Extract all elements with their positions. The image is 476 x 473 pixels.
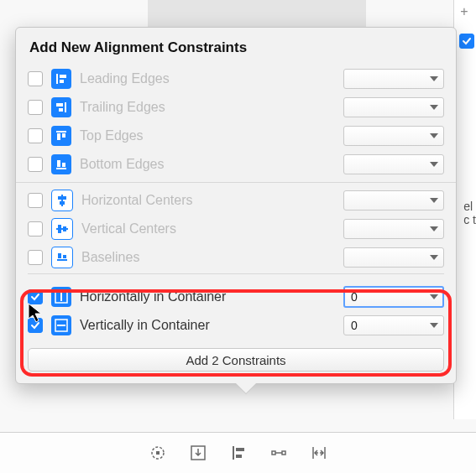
center-vertically-icon bbox=[51, 315, 71, 335]
chevron-down-icon bbox=[430, 323, 438, 328]
svg-rect-17 bbox=[63, 226, 66, 231]
svg-rect-14 bbox=[60, 201, 65, 205]
embed-in-icon[interactable] bbox=[187, 442, 209, 464]
checkbox-horizontally-in-container[interactable] bbox=[28, 289, 43, 304]
label-trailing-edges: Trailing Edges bbox=[80, 100, 343, 115]
svg-rect-29 bbox=[236, 448, 244, 451]
svg-rect-31 bbox=[272, 451, 275, 455]
svg-rect-30 bbox=[236, 455, 242, 458]
row-trailing-edges: Trailing Edges bbox=[28, 93, 444, 122]
row-top-edges: Top Edges bbox=[28, 122, 444, 150]
group-container: Horizontally in Container 0 Vertically i… bbox=[28, 278, 444, 340]
value-vertically-in-container[interactable]: 0 bbox=[343, 315, 444, 335]
svg-rect-3 bbox=[65, 102, 66, 112]
svg-rect-2 bbox=[60, 80, 64, 83]
checkbox-horizontal-centers[interactable] bbox=[28, 193, 43, 208]
separator bbox=[16, 182, 456, 183]
row-baselines: Baselines bbox=[28, 243, 444, 274]
row-vertical-centers: Vertical Centers bbox=[28, 215, 444, 243]
value-top-edges[interactable] bbox=[343, 126, 444, 146]
value-leading-edges[interactable] bbox=[343, 69, 444, 89]
update-frames-icon[interactable] bbox=[147, 442, 169, 464]
group-centers: Horizontal Centers Vertical Centers Base… bbox=[28, 186, 444, 274]
align-hcenters-icon bbox=[51, 190, 73, 211]
svg-rect-22 bbox=[60, 293, 62, 301]
row-bottom-edges: Bottom Edges bbox=[28, 150, 444, 179]
label-bottom-edges: Bottom Edges bbox=[80, 157, 343, 172]
svg-rect-1 bbox=[60, 75, 66, 78]
checkbox-top-edges[interactable] bbox=[28, 128, 43, 143]
value-trailing-edges[interactable] bbox=[343, 97, 444, 117]
align-leading-icon bbox=[51, 69, 71, 89]
svg-rect-19 bbox=[58, 253, 61, 258]
label-baselines: Baselines bbox=[81, 250, 343, 265]
value-horizontal-centers[interactable] bbox=[343, 190, 444, 211]
chevron-down-icon bbox=[430, 198, 438, 203]
svg-rect-4 bbox=[56, 103, 63, 107]
svg-rect-24 bbox=[57, 325, 65, 326]
label-horizontal-centers: Horizontal Centers bbox=[81, 193, 343, 208]
plus-icon[interactable]: + bbox=[458, 5, 471, 18]
row-horizontal-centers: Horizontal Centers bbox=[28, 186, 444, 215]
chevron-down-icon bbox=[430, 76, 438, 81]
align-vcenters-icon bbox=[51, 218, 73, 240]
align-trailing-icon bbox=[51, 97, 71, 117]
align-top-icon bbox=[51, 126, 71, 146]
svg-rect-32 bbox=[282, 451, 285, 455]
svg-rect-5 bbox=[59, 108, 63, 112]
svg-rect-8 bbox=[62, 133, 65, 138]
svg-rect-13 bbox=[58, 196, 66, 200]
svg-rect-26 bbox=[156, 451, 160, 455]
chevron-down-icon bbox=[430, 105, 438, 110]
pin-tool-icon[interactable] bbox=[268, 442, 290, 464]
align-tool-icon[interactable] bbox=[228, 442, 249, 464]
svg-rect-9 bbox=[56, 168, 66, 169]
checkbox-baselines[interactable] bbox=[28, 250, 43, 265]
value-baselines[interactable] bbox=[343, 247, 444, 268]
chevron-down-icon bbox=[430, 162, 438, 167]
svg-rect-16 bbox=[58, 225, 61, 233]
svg-rect-28 bbox=[233, 446, 234, 460]
svg-rect-10 bbox=[57, 160, 60, 167]
truncated-inspector-text: el c t bbox=[463, 200, 476, 226]
checkbox-vertical-centers[interactable] bbox=[28, 221, 43, 236]
label-horizontally-in-container: Horizontally in Container bbox=[80, 289, 343, 304]
resolve-issues-icon[interactable] bbox=[308, 442, 330, 464]
svg-rect-7 bbox=[57, 133, 60, 140]
value-horizontally-in-container[interactable]: 0 bbox=[343, 286, 444, 308]
svg-rect-6 bbox=[56, 131, 66, 133]
chevron-down-icon bbox=[430, 255, 438, 260]
checkbox-trailing-edges[interactable] bbox=[28, 100, 43, 115]
checkbox-leading-edges[interactable] bbox=[28, 71, 43, 86]
canvas-toolbar bbox=[0, 432, 476, 473]
svg-rect-11 bbox=[62, 163, 65, 167]
row-vertically-in-container: Vertically in Container 0 bbox=[28, 311, 444, 340]
label-vertically-in-container: Vertically in Container bbox=[80, 318, 343, 333]
chevron-down-icon bbox=[430, 226, 438, 231]
label-leading-edges: Leading Edges bbox=[80, 71, 343, 86]
value-bottom-edges[interactable] bbox=[343, 154, 444, 174]
svg-rect-18 bbox=[57, 259, 67, 261]
background-checkbox[interactable] bbox=[459, 34, 473, 47]
chevron-down-icon bbox=[430, 294, 438, 299]
row-leading-edges: Leading Edges bbox=[28, 65, 444, 93]
checkbox-bottom-edges[interactable] bbox=[28, 157, 43, 172]
value-vertical-centers[interactable] bbox=[343, 219, 444, 239]
svg-rect-0 bbox=[56, 74, 58, 84]
label-top-edges: Top Edges bbox=[80, 128, 343, 143]
label-vertical-centers: Vertical Centers bbox=[81, 221, 343, 236]
center-horizontally-icon bbox=[51, 287, 71, 307]
align-baselines-icon bbox=[51, 247, 73, 268]
align-bottom-icon bbox=[51, 154, 71, 174]
group-edges: Leading Edges Trailing Edges Top Edges bbox=[28, 65, 444, 179]
checkbox-vertically-in-container[interactable] bbox=[28, 318, 43, 333]
popover-title: Add New Alignment Constraints bbox=[29, 39, 444, 56]
svg-rect-20 bbox=[63, 255, 66, 258]
add-constraints-button[interactable]: Add 2 Constraints bbox=[28, 348, 444, 372]
row-horizontally-in-container: Horizontally in Container 0 bbox=[28, 283, 444, 311]
alignment-constraints-popover: Add New Alignment Constraints Leading Ed… bbox=[15, 27, 457, 384]
chevron-down-icon bbox=[430, 133, 438, 138]
